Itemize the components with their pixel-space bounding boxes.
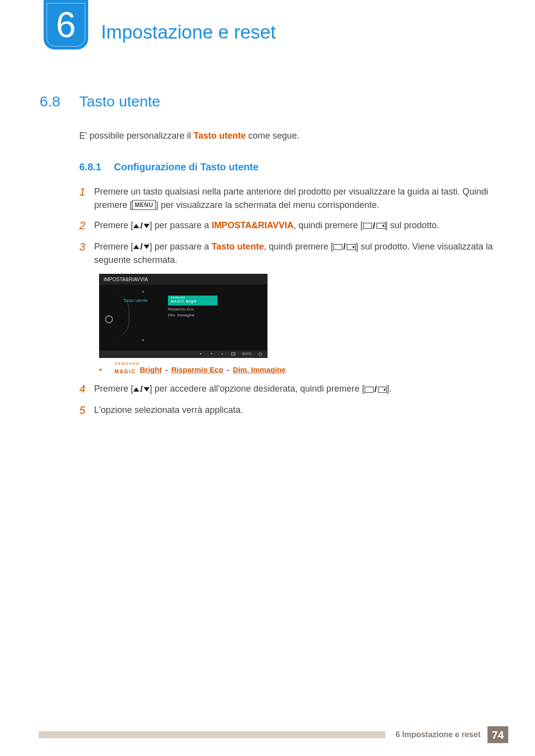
step-number: 5 bbox=[79, 403, 94, 418]
chapter-number-badge: 6 bbox=[44, 0, 88, 50]
step4-text1: Premere [ bbox=[94, 384, 133, 394]
step-number: 4 bbox=[79, 382, 94, 397]
osd-scroll-up-icon: ▲ bbox=[123, 289, 163, 295]
page-header: 6 Impostazione e reset bbox=[0, 0, 535, 50]
osd-body: ▲ Tasto utente SAMSUNG MAGIC Bright Risp… bbox=[100, 285, 267, 354]
options-bullet: • SAMSUNG MAGIC Bright - Risparmio Eco -… bbox=[99, 363, 535, 375]
steps-list: 1 Premere un tasto qualsiasi nella parte… bbox=[79, 185, 535, 267]
enter-icon bbox=[378, 387, 387, 393]
intro-prefix: E' possibile personalizzare il bbox=[79, 131, 194, 141]
step-body: L'opzione selezionata verrà applicata. bbox=[94, 403, 243, 418]
intro-highlight: Tasto utente bbox=[194, 131, 246, 141]
step-body: Premere un tasto qualsiasi nella parte a… bbox=[94, 185, 505, 212]
gear-icon bbox=[105, 315, 113, 323]
triangle-up-icon bbox=[133, 387, 139, 392]
subsection-title: Configurazione di Tasto utente bbox=[114, 159, 259, 174]
subsection-number: 6.8.1 bbox=[79, 159, 114, 174]
osd-menu: ▲ Tasto utente SAMSUNG MAGIC Bright Risp… bbox=[118, 285, 267, 354]
step4-text2: ] per accedere all'opzione desiderata, q… bbox=[150, 384, 365, 394]
intro-paragraph: E' possibile personalizzare il Tasto ute… bbox=[79, 129, 535, 143]
option-eco: Risparmio Eco bbox=[171, 365, 223, 374]
osd-select-icon bbox=[231, 353, 235, 355]
step3-text3: , quindi premere [ bbox=[264, 242, 333, 252]
osd-option-3: Dim. Immagine bbox=[168, 312, 262, 318]
footer-chapter-ref: 6 Impostazione e reset bbox=[395, 729, 481, 741]
section-title: Tasto utente bbox=[79, 90, 160, 112]
osd-bottom-bar: ◂ ▾ ▴ AUTO bbox=[100, 351, 267, 357]
osd-screenshot: IMPOSTA&RIAVVIA ▲ Tasto utente SAMSUNG M… bbox=[99, 274, 268, 358]
step-5: 5 L'opzione selezionata verrà applicata. bbox=[79, 403, 505, 418]
osd-left-panel bbox=[100, 285, 118, 354]
step3-text2: ] per passare a bbox=[150, 242, 212, 252]
screen-icon bbox=[365, 387, 374, 393]
osd-magic-sup: SAMSUNG bbox=[171, 297, 214, 299]
step2-text3: , quindi premere [ bbox=[293, 220, 363, 230]
magic-sup: SAMSUNG bbox=[114, 362, 140, 365]
option-dim: Dim. Immagine bbox=[233, 365, 286, 374]
step2-highlight: IMPOSTA&RIAVVIA bbox=[212, 220, 293, 230]
triangle-up-icon bbox=[133, 224, 139, 228]
osd-power-icon bbox=[259, 353, 262, 356]
chapter-title: Impostazione e reset bbox=[101, 18, 276, 47]
osd-row-selected: Tasto utente SAMSUNG MAGIC Bright bbox=[123, 296, 262, 305]
screen-icon bbox=[333, 244, 342, 250]
step1-text2: ] per visualizzare la schermata del menu… bbox=[156, 200, 379, 210]
step2-text4: ] sul prodotto. bbox=[385, 220, 439, 230]
step-number: 2 bbox=[79, 219, 94, 233]
osd-auto-label: AUTO bbox=[242, 352, 252, 357]
osd-selected-value: SAMSUNG MAGIC Bright bbox=[168, 296, 217, 305]
step3-text1: Premere [ bbox=[94, 242, 133, 252]
osd-item-label: Tasto utente bbox=[123, 298, 163, 304]
options-text: SAMSUNG MAGIC Bright - Risparmio Eco - D… bbox=[114, 363, 286, 375]
bullet-icon: • bbox=[99, 364, 102, 376]
footer-bar bbox=[39, 731, 385, 738]
section-number: 6.8 bbox=[40, 90, 79, 112]
page-footer: 6 Impostazione e reset 74 bbox=[39, 726, 508, 743]
enter-icon bbox=[376, 223, 385, 229]
up-down-icon: / bbox=[133, 240, 150, 253]
intro-suffix: come segue. bbox=[246, 131, 299, 141]
page-number: 74 bbox=[487, 726, 508, 743]
step4-text3: ]. bbox=[387, 384, 392, 394]
osd-back-icon: ◂ bbox=[199, 353, 203, 355]
subsection-heading: 6.8.1 Configurazione di Tasto utente bbox=[79, 159, 535, 174]
step-3: 3 Premere [/] per passare a Tasto utente… bbox=[79, 240, 505, 267]
triangle-down-icon bbox=[144, 387, 150, 392]
step-body: Premere [/] per passare a Tasto utente, … bbox=[94, 240, 505, 267]
triangle-down-icon bbox=[144, 224, 150, 228]
step-4: 4 Premere [/] per accedere all'opzione d… bbox=[79, 382, 505, 397]
screen-icon bbox=[363, 223, 372, 229]
step-body: Premere [/] per accedere all'opzione des… bbox=[94, 382, 392, 397]
up-down-icon: / bbox=[133, 383, 150, 396]
triangle-up-icon bbox=[133, 245, 139, 249]
osd-down-icon: ▾ bbox=[210, 353, 214, 355]
osd-up-icon: ▴ bbox=[220, 353, 224, 355]
triangle-down-icon bbox=[144, 245, 150, 249]
magic-main: MAGIC bbox=[114, 369, 136, 374]
osd-sel-suffix: Bright bbox=[185, 299, 196, 303]
up-down-icon: / bbox=[133, 219, 150, 233]
step-body: Premere [/] per passare a IMPOSTA&RIAVVI… bbox=[94, 219, 439, 233]
osd-magic-main: MAGIC bbox=[171, 300, 185, 303]
screen-enter-icon: / bbox=[365, 383, 387, 396]
step-1: 1 Premere un tasto qualsiasi nella parte… bbox=[79, 185, 505, 212]
section-heading: 6.8 Tasto utente bbox=[40, 90, 535, 112]
chapter-number: 6 bbox=[56, 0, 76, 51]
osd-title: IMPOSTA&RIAVVIA bbox=[100, 274, 267, 285]
osd-option-2: Risparmio Eco bbox=[168, 306, 262, 312]
screen-enter-icon: / bbox=[363, 219, 385, 233]
step-2: 2 Premere [/] per passare a IMPOSTA&RIAV… bbox=[79, 219, 505, 233]
screen-enter-icon: / bbox=[333, 240, 356, 253]
step-number: 3 bbox=[79, 240, 94, 267]
steps-list-cont: 4 Premere [/] per accedere all'opzione d… bbox=[79, 382, 535, 417]
menu-button-icon: MENU bbox=[132, 200, 156, 210]
step2-text2: ] per passare a bbox=[150, 220, 212, 230]
step-number: 1 bbox=[79, 185, 94, 212]
step2-text1: Premere [ bbox=[94, 220, 133, 230]
osd-scroll-down-icon: ▼ bbox=[123, 338, 163, 344]
enter-icon bbox=[347, 244, 356, 250]
step3-highlight: Tasto utente bbox=[212, 242, 264, 252]
option-bright: Bright bbox=[140, 365, 161, 374]
